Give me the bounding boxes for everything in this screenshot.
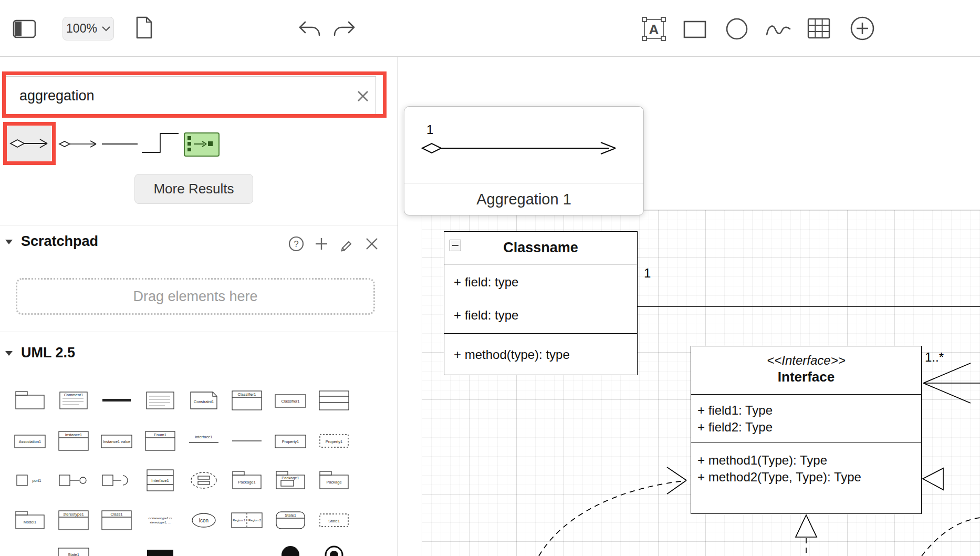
- uml-shape-state1[interactable]: State1: [317, 508, 351, 533]
- uml-shape-icon[interactable]: icon: [186, 508, 221, 533]
- svg-text:Association1: Association1: [19, 439, 41, 444]
- uml-shape-interface1[interactable]: Interface1: [143, 468, 178, 493]
- interface-fields: + field1: Type + field2: Type: [691, 395, 921, 442]
- plus-circle-icon: [849, 15, 876, 42]
- multiplicity-label: 1..*: [925, 350, 944, 365]
- uml-shape-interface1[interactable]: interface1: [186, 428, 221, 454]
- uml-shape-property1[interactable]: Property1: [273, 428, 308, 454]
- more-results-button[interactable]: More Results: [134, 174, 253, 204]
- uml-shape-classifier1[interactable]: Classifier1: [230, 388, 264, 413]
- uml-shape-association1[interactable]: Association1: [13, 428, 47, 454]
- scratchpad-title: Scratchpad: [21, 233, 98, 250]
- uml-class-classname[interactable]: Classname + field: type + field: type + …: [444, 231, 638, 375]
- interface-method: + method2(Type, Type): Type: [697, 469, 921, 486]
- svg-text:stereotype1, ...: stereotype1, ...: [150, 521, 171, 524]
- uml-shape-ring[interactable]: [317, 541, 351, 556]
- uml-shape-port1[interactable]: port1: [13, 468, 47, 493]
- rectangle-icon: [683, 20, 707, 39]
- uml-shape-package[interactable]: Package: [317, 468, 351, 493]
- search-input[interactable]: [5, 76, 376, 115]
- search-result-aggregation-1[interactable]: [7, 126, 51, 161]
- svg-text:Class1: Class1: [111, 512, 123, 517]
- search-result-aggregation-4[interactable]: [139, 127, 182, 159]
- uml-shape-tab-rect[interactable]: [13, 388, 47, 413]
- freehand-icon: [765, 19, 792, 40]
- page-button[interactable]: [135, 16, 154, 40]
- svg-text:Region 2: Region 2: [248, 519, 262, 522]
- uml-shape-instance1[interactable]: Instance1: [56, 428, 91, 454]
- table-tool-button[interactable]: [807, 17, 831, 40]
- scratchpad-section-header: Scratchpad ?: [0, 231, 398, 254]
- svg-text:A: A: [649, 22, 659, 37]
- sidebar-toggle-icon: [13, 19, 37, 39]
- uml-shape-lollipop[interactable]: [56, 468, 91, 493]
- undo-button[interactable]: [297, 18, 321, 39]
- zoom-value: 100%: [66, 22, 97, 36]
- collapse-triangle-icon[interactable]: [5, 240, 13, 245]
- canvas[interactable]: 1 1..* Classname + field: type + field: …: [398, 57, 980, 556]
- uml-shape-thick-line[interactable]: [99, 388, 134, 413]
- uml-shape-lollipop-open[interactable]: [99, 468, 134, 493]
- uml-shape-package1[interactable]: Package1: [230, 468, 264, 493]
- uml-shape-note-lines[interactable]: [143, 388, 178, 413]
- svg-text:Package1: Package1: [238, 480, 255, 485]
- uml-shape-classifier1[interactable]: Classifier1: [273, 388, 308, 413]
- uml-shape-enum1[interactable]: Enum1: [143, 428, 178, 454]
- ellipse-tool-button[interactable]: [725, 17, 749, 41]
- collapse-shape-icon[interactable]: [450, 240, 461, 251]
- scratchpad-dropzone[interactable]: Drag elements here: [16, 278, 375, 315]
- redo-button[interactable]: [333, 18, 357, 39]
- class-field: + field: type: [454, 275, 637, 290]
- search-result-aggregation-5[interactable]: [183, 131, 220, 158]
- uml-shape-property1[interactable]: Property1: [317, 428, 351, 454]
- uml-shape-line[interactable]: [230, 428, 264, 454]
- uml-shape-state1[interactable]: State1: [56, 541, 91, 556]
- interface-stereotype: <<Interface>>: [691, 353, 921, 368]
- collapse-triangle-icon[interactable]: [5, 351, 13, 356]
- uml-shape-sectioned2[interactable]: [317, 388, 351, 413]
- clear-search-icon[interactable]: [355, 88, 371, 104]
- uml-shape-instance1-value[interactable]: Instance1 value: [99, 428, 134, 454]
- divider: [0, 225, 398, 225]
- svg-text:?: ?: [294, 239, 298, 249]
- insert-button[interactable]: [849, 15, 876, 42]
- rectangle-tool-button[interactable]: [683, 20, 707, 39]
- svg-text:icon: icon: [199, 518, 208, 523]
- svg-text:Classifier1: Classifier1: [281, 399, 299, 404]
- zoom-dropdown[interactable]: 100%: [62, 17, 114, 40]
- uml-shape-bar[interactable]: [143, 541, 178, 556]
- svg-text:Constraint1: Constraint1: [194, 399, 214, 404]
- text-tool-button[interactable]: A: [642, 17, 666, 41]
- uml-shape-state1[interactable]: State1: [273, 508, 308, 533]
- aggregation-preview-shape: [404, 107, 643, 183]
- uml-shape-model1[interactable]: Model1: [13, 508, 47, 533]
- close-icon[interactable]: [364, 236, 379, 251]
- uml-shape-constraint1[interactable]: Constraint1: [186, 388, 221, 413]
- class-header: Classname: [444, 232, 637, 264]
- uml-shape-ellipse-dashed[interactable]: [186, 468, 221, 493]
- uml-shape-stereotype1[interactable]: <<stereotype1>>stereotype1, ...: [143, 508, 178, 533]
- add-icon[interactable]: [314, 236, 329, 251]
- uml-shape-stereotype1[interactable]: stereotype1: [56, 508, 91, 533]
- uml-shape-region-1-region-2[interactable]: Region 1Region 2: [230, 508, 264, 533]
- search-result-aggregation-2[interactable]: [57, 130, 99, 158]
- uml-shape-class1[interactable]: Class1: [99, 508, 134, 533]
- svg-text:port1: port1: [32, 478, 41, 483]
- svg-text:Region 1: Region 1: [233, 519, 246, 522]
- uml-interface[interactable]: <<Interface>> Interface + field1: Type +…: [691, 346, 922, 514]
- svg-text:<<stereotype1>>: <<stereotype1>>: [148, 517, 172, 520]
- edit-pencil-icon[interactable]: [338, 235, 355, 252]
- help-icon[interactable]: ?: [288, 235, 305, 252]
- svg-text:Comment1: Comment1: [64, 393, 84, 397]
- svg-text:State1: State1: [68, 552, 79, 556]
- uml-section-title: UML 2.5: [21, 345, 75, 361]
- search-result-aggregation-3[interactable]: [100, 130, 140, 158]
- uml-shape-package1[interactable]: Package1: [273, 468, 308, 493]
- uml-shape-black-dot[interactable]: [273, 541, 308, 556]
- multiplicity-label: 1: [644, 266, 651, 281]
- uml-shape-comment1[interactable]: Comment1: [56, 388, 91, 413]
- svg-text:Package1: Package1: [282, 476, 299, 480]
- class-field: + field: type: [454, 308, 637, 323]
- freehand-tool-button[interactable]: [765, 19, 792, 40]
- sidebar-toggle-button[interactable]: [13, 19, 37, 39]
